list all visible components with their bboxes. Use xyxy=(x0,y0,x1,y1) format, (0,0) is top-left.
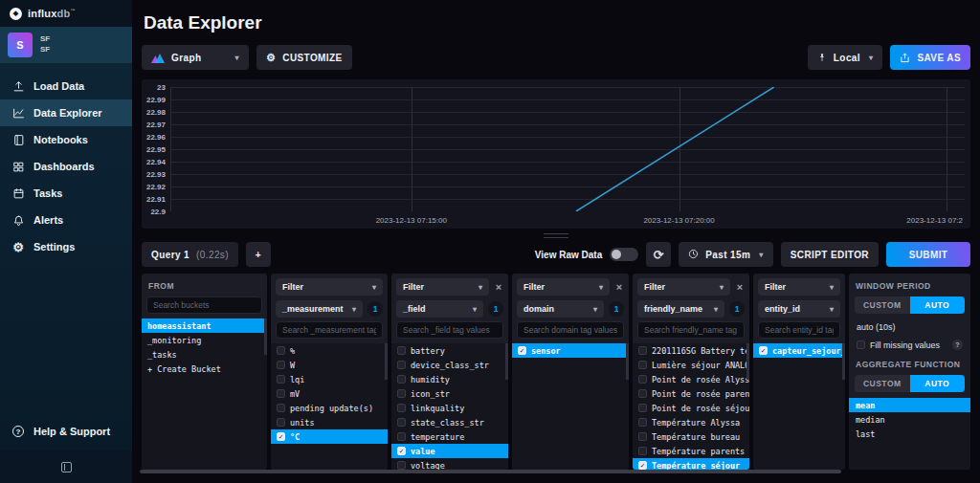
sidebar-item-help-support[interactable]: ? Help & Support xyxy=(0,418,132,445)
checkbox-checked[interactable]: ✓ xyxy=(397,447,406,455)
aggregate-function-row[interactable]: mean xyxy=(849,398,970,412)
tag-value-row[interactable]: ✓Température séjour xyxy=(633,458,749,470)
window-custom-button[interactable]: CUSTOM xyxy=(855,296,910,314)
sidebar-item-settings[interactable]: ⚙ Settings xyxy=(0,233,132,260)
aggregate-auto-button[interactable]: AUTO xyxy=(910,375,966,392)
aggregate-function-row[interactable]: median xyxy=(849,412,970,427)
checkbox[interactable] xyxy=(397,346,406,355)
checkbox[interactable] xyxy=(638,346,647,355)
tag-value-row[interactable]: mV xyxy=(271,386,388,401)
checkbox[interactable] xyxy=(638,375,647,384)
chart-plot[interactable] xyxy=(170,87,965,211)
tag-value-row[interactable]: Point de rosée séjour xyxy=(633,401,749,415)
tag-value-row[interactable]: Lumière séjour ANALOG… xyxy=(633,358,749,372)
tag-value-row[interactable]: Point de rosée Alyssa xyxy=(633,372,749,386)
tag-value-search-input[interactable] xyxy=(517,321,624,339)
bucket-search-input[interactable] xyxy=(146,296,262,314)
tag-value-row[interactable]: ✓°C xyxy=(271,429,388,444)
checkbox[interactable] xyxy=(397,389,406,398)
checkbox-checked[interactable]: ✓ xyxy=(759,346,768,355)
bucket-item[interactable]: homeassistant xyxy=(142,318,267,333)
view-raw-data-toggle[interactable] xyxy=(610,248,638,261)
refresh-button[interactable]: ⟳ xyxy=(646,242,671,267)
sidebar-item-notebooks[interactable]: Notebooks xyxy=(0,126,132,153)
tag-value-row[interactable]: device_class_str xyxy=(391,358,508,372)
tag-value-row[interactable]: Point de rosée parents xyxy=(633,386,749,401)
filter-type-dropdown[interactable]: Filter▾ xyxy=(758,278,840,296)
tag-value-row[interactable]: W xyxy=(271,358,388,372)
script-editor-button[interactable]: SCRIPT EDITOR xyxy=(781,242,879,267)
checkbox[interactable] xyxy=(638,404,647,412)
tag-value-row[interactable]: voltage xyxy=(391,458,508,470)
create-bucket-button[interactable]: + Create Bucket xyxy=(142,362,267,376)
tag-value-row[interactable]: state_class_str xyxy=(391,415,508,429)
customize-button[interactable]: ⚙ CUSTOMIZE xyxy=(256,45,352,70)
checkbox-checked[interactable]: ✓ xyxy=(638,461,647,470)
tag-value-search-input[interactable] xyxy=(396,321,503,339)
checkbox-checked[interactable]: ✓ xyxy=(518,346,526,355)
checkbox[interactable] xyxy=(638,432,647,441)
bucket-item[interactable]: _monitoring xyxy=(142,333,267,347)
tag-value-row[interactable]: Température Alyssa xyxy=(633,415,749,429)
checkbox[interactable] xyxy=(277,346,285,355)
checkbox[interactable] xyxy=(277,375,285,384)
tag-value-search-input[interactable] xyxy=(637,321,745,339)
tag-key-dropdown[interactable]: friendly_name▾ xyxy=(637,300,724,318)
close-icon[interactable]: × xyxy=(494,281,503,293)
aggregate-custom-button[interactable]: CUSTOM xyxy=(855,375,910,392)
checkbox[interactable] xyxy=(638,361,647,369)
location-dropdown[interactable]: Local ▾ xyxy=(808,45,883,70)
close-icon[interactable]: × xyxy=(614,281,624,293)
tag-value-row[interactable]: icon_str xyxy=(391,386,508,401)
brand-row[interactable]: ◆ influxdb™ xyxy=(0,0,132,27)
add-query-button[interactable]: + xyxy=(246,242,271,267)
time-range-dropdown[interactable]: Past 15m ▾ xyxy=(679,242,773,267)
tag-value-row[interactable]: ✓capteur_sejour_am22 xyxy=(753,343,845,358)
checkbox[interactable] xyxy=(277,389,285,398)
tag-value-row[interactable]: linkquality xyxy=(391,401,508,415)
checkbox-checked[interactable]: ✓ xyxy=(277,432,285,441)
tag-key-dropdown[interactable]: domain▾ xyxy=(517,300,604,318)
tag-key-dropdown[interactable]: _field▾ xyxy=(396,300,483,318)
horizontal-scrollbar[interactable] xyxy=(140,470,841,473)
account-switcher[interactable]: S SF SF xyxy=(0,27,132,63)
tag-value-row[interactable]: temperature xyxy=(391,429,508,444)
submit-button[interactable]: SUBMIT xyxy=(886,242,970,267)
sidebar-item-alerts[interactable]: Alerts xyxy=(0,207,132,233)
tag-value-row[interactable]: % xyxy=(271,343,388,358)
checkbox[interactable] xyxy=(277,361,285,369)
filter-type-dropdown[interactable]: Filter▾ xyxy=(276,278,383,296)
checkbox[interactable] xyxy=(397,432,406,441)
close-icon[interactable]: × xyxy=(735,281,745,293)
filter-type-dropdown[interactable]: Filter▾ xyxy=(517,278,610,296)
window-auto-button[interactable]: AUTO xyxy=(910,296,966,314)
sidebar-item-dashboards[interactable]: Dashboards xyxy=(0,153,132,180)
checkbox[interactable] xyxy=(397,375,406,384)
tag-value-row[interactable]: pending update(s) xyxy=(271,401,388,415)
checkbox[interactable] xyxy=(277,418,285,427)
checkbox[interactable] xyxy=(397,404,406,412)
aggregate-function-row[interactable]: last xyxy=(849,427,970,441)
checkbox[interactable] xyxy=(638,418,647,427)
checkbox[interactable] xyxy=(397,418,406,427)
tag-value-row[interactable]: 2201116SG Battery tem… xyxy=(633,343,749,358)
tag-value-row[interactable]: ✓sensor xyxy=(512,343,629,358)
sidebar-item-data-explorer[interactable]: Data Explorer xyxy=(0,99,132,126)
tag-value-row[interactable]: Température bureau xyxy=(633,429,749,444)
tag-value-row[interactable]: humidity xyxy=(391,372,508,386)
tag-value-search-input[interactable] xyxy=(276,321,383,339)
checkbox[interactable] xyxy=(397,361,406,369)
tag-value-row[interactable]: ✓value xyxy=(391,444,508,458)
filter-type-dropdown[interactable]: Filter▾ xyxy=(396,278,489,296)
sidebar-item-load-data[interactable]: Load Data xyxy=(0,73,132,99)
tag-value-row[interactable]: units xyxy=(271,415,388,429)
tag-value-search-input[interactable] xyxy=(758,321,840,339)
tag-value-row[interactable]: lqi xyxy=(271,372,388,386)
tag-key-dropdown[interactable]: _measurement▾ xyxy=(276,300,363,318)
tag-key-dropdown[interactable]: entity_id▾ xyxy=(758,300,840,318)
collapse-sidebar-icon[interactable] xyxy=(61,462,72,472)
checkbox[interactable] xyxy=(277,404,285,412)
checkbox[interactable] xyxy=(638,389,647,398)
checkbox[interactable] xyxy=(857,340,865,349)
query-tab[interactable]: Query 1 (0.22s) xyxy=(142,242,238,267)
